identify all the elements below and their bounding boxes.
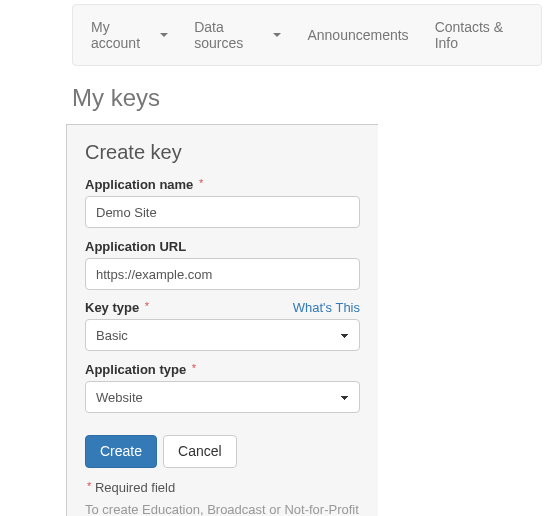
nav-my-account-label: My account xyxy=(91,19,156,51)
key-type-label: Key type * xyxy=(85,300,149,315)
nav-data-sources-label: Data sources xyxy=(194,19,269,51)
required-asterisk: * xyxy=(192,362,196,374)
create-button[interactable]: Create xyxy=(85,435,157,468)
app-name-label: Application name * xyxy=(85,177,203,192)
navbar: My account Data sources Announcements Co… xyxy=(72,4,542,66)
key-type-select[interactable]: Basic xyxy=(85,319,360,351)
required-note: * Required field xyxy=(85,480,360,495)
app-type-label: Application type * xyxy=(85,362,196,377)
create-key-panel: Create key Application name * Applicatio… xyxy=(66,124,378,516)
nav-data-sources[interactable]: Data sources xyxy=(194,19,281,51)
nav-my-account[interactable]: My account xyxy=(91,19,168,51)
app-url-label: Application URL xyxy=(85,239,186,254)
chevron-down-icon xyxy=(160,33,168,37)
help-text: To create Education, Broadcast or Not-fo… xyxy=(85,501,360,516)
chevron-down-icon xyxy=(273,33,281,37)
required-asterisk: * xyxy=(199,177,203,189)
nav-announcements[interactable]: Announcements xyxy=(307,27,408,43)
whats-this-link[interactable]: What's This xyxy=(293,300,360,315)
nav-contacts[interactable]: Contacts & Info xyxy=(435,19,523,51)
required-asterisk: * xyxy=(145,300,149,312)
page-title: My keys xyxy=(72,84,550,112)
app-url-input[interactable] xyxy=(85,258,360,290)
panel-heading: Create key xyxy=(85,141,360,164)
app-name-input[interactable] xyxy=(85,196,360,228)
app-type-select[interactable]: Website xyxy=(85,381,360,413)
cancel-button[interactable]: Cancel xyxy=(163,435,237,468)
